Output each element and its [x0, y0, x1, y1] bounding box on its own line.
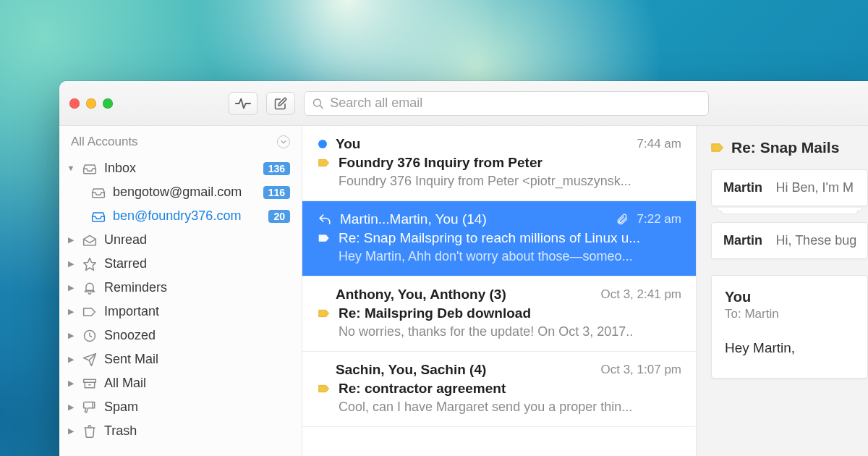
sidebar-item-label: Important — [104, 304, 290, 319]
star-icon — [82, 257, 97, 271]
message-from: Anthony, You, Anthony (3) — [336, 287, 592, 303]
window-traffic-lights — [69, 98, 113, 109]
trash-icon — [82, 424, 97, 439]
reader-subject-text: Re: Snap Mails — [731, 139, 839, 156]
tag-icon — [82, 306, 97, 318]
sidebar-item-label: Inbox — [104, 161, 256, 176]
message-time: Oct 3, 2:41 pm — [601, 287, 682, 302]
svg-marker-2 — [84, 258, 96, 270]
compose-icon — [274, 97, 287, 110]
sidebar-item-label: Snoozed — [104, 328, 290, 343]
sidebar-item-label: ben@foundry376.com — [113, 208, 261, 224]
sidebar-item-label: Spam — [104, 400, 290, 415]
thread-sender: Martin — [723, 180, 762, 195]
message-row[interactable]: Anthony, You, Anthony (3) Oct 3, 2:41 pm… — [302, 276, 696, 352]
message-subject: Re: Snap Mailspring to reach millions of… — [339, 230, 681, 246]
label-icon — [318, 158, 330, 168]
message-time: Oct 3, 1:07 pm — [601, 363, 682, 377]
search-field[interactable] — [304, 91, 709, 116]
sidebar-item-label: Starred — [104, 256, 290, 271]
sidebar-item-spam[interactable]: ▶ Spam — [59, 395, 302, 419]
label-icon — [318, 308, 330, 318]
reading-pane: Re: Snap Mails Martin Hi Ben, I'm M Mart… — [697, 126, 868, 456]
svg-line-1 — [320, 105, 323, 108]
activity-icon — [235, 97, 251, 110]
message-snippet: Cool, can I have Margaret send you a pro… — [318, 400, 681, 415]
sidebar-account-1[interactable]: ben@foundry376.com 20 — [59, 204, 302, 228]
sidebar-item-starred[interactable]: ▶ Starred — [59, 252, 302, 276]
thread-sender: Martin — [723, 233, 762, 248]
message-row[interactable]: You 7:44 am Foundry 376 Inquiry from Pet… — [302, 126, 696, 201]
minimize-icon[interactable] — [86, 98, 96, 109]
thread-card[interactable]: Martin Hi, These bug — [711, 222, 868, 259]
compose-card[interactable]: You To: Martin Hey Martin, — [711, 275, 868, 379]
disclosure-triangle-icon[interactable]: ▼ — [67, 164, 75, 172]
window-toolbar — [59, 81, 868, 126]
sidebar: All Accounts ▼ Inbox 136 bengotow@gmail.… — [59, 126, 302, 456]
sidebar-item-label: Sent Mail — [104, 352, 290, 367]
archive-icon — [82, 377, 97, 390]
sidebar-item-reminders[interactable]: ▶ Reminders — [59, 276, 302, 300]
sidebar-account-0[interactable]: bengotow@gmail.com 116 — [59, 180, 302, 204]
label-icon — [318, 384, 330, 394]
sidebar-item-snoozed[interactable]: ▶ Snoozed — [59, 324, 302, 347]
sidebar-item-label: Reminders — [104, 280, 290, 295]
message-from: Sachin, You, Sachin (4) — [336, 362, 592, 378]
sidebar-item-label: bengotow@gmail.com — [113, 185, 256, 200]
disclosure-triangle-icon[interactable]: ▶ — [67, 307, 75, 316]
attachment-icon — [616, 213, 629, 226]
disclosure-triangle-icon[interactable]: ▶ — [67, 259, 75, 269]
disclosure-triangle-icon[interactable]: ▶ — [67, 426, 75, 436]
close-icon[interactable] — [69, 98, 80, 109]
message-snippet: Hey Martin, Ahh don't worry about those—… — [318, 249, 681, 264]
unread-count-badge: 136 — [263, 162, 290, 175]
disclosure-triangle-icon[interactable]: ▶ — [67, 283, 75, 292]
message-snippet: Foundry 376 Inquiry from Peter <piotr_mu… — [318, 174, 681, 189]
thread-card[interactable]: Martin Hi Ben, I'm M — [711, 169, 868, 206]
sidebar-item-label: Trash — [104, 423, 290, 439]
sidebar-item-important[interactable]: ▶ Important — [59, 300, 302, 324]
thread-preview: Hi Ben, I'm M — [775, 180, 853, 195]
search-icon — [312, 97, 324, 110]
send-icon — [82, 352, 97, 367]
sidebar-item-sent[interactable]: ▶ Sent Mail — [59, 347, 302, 371]
unread-count-badge: 20 — [268, 210, 290, 223]
compose-button[interactable] — [266, 92, 295, 115]
sidebar-item-inbox[interactable]: ▼ Inbox 136 — [59, 156, 302, 180]
reader-subject: Re: Snap Mails — [711, 139, 868, 156]
message-subject: Foundry 376 Inquiry from Peter — [339, 155, 681, 171]
disclosure-triangle-icon[interactable]: ▶ — [67, 235, 75, 245]
maximize-icon[interactable] — [103, 98, 113, 109]
disclosure-triangle-icon[interactable]: ▶ — [67, 355, 75, 364]
message-from: Martin...Martin, You (14) — [340, 211, 607, 227]
unread-count-badge: 116 — [263, 186, 290, 199]
search-input[interactable] — [330, 96, 701, 111]
sidebar-header[interactable]: All Accounts — [59, 130, 302, 156]
inbox-icon — [91, 211, 106, 222]
reply-icon — [318, 214, 331, 225]
sidebar-item-unread[interactable]: ▶ Unread — [59, 228, 302, 252]
compose-from: You — [725, 289, 854, 305]
message-list: You 7:44 am Foundry 376 Inquiry from Pet… — [302, 126, 697, 456]
thread-preview: Hi, These bug — [775, 233, 856, 248]
disclosure-triangle-icon[interactable]: ▶ — [67, 402, 75, 412]
bell-icon — [82, 281, 97, 295]
compose-body[interactable]: Hey Martin, — [725, 340, 854, 356]
label-icon — [711, 142, 724, 153]
label-icon — [318, 233, 330, 243]
activity-button[interactable] — [229, 92, 258, 115]
thumbs-down-icon — [82, 400, 97, 415]
disclosure-triangle-icon[interactable]: ▶ — [67, 379, 75, 388]
message-subject: Re: Mailspring Deb download — [339, 305, 681, 321]
sidebar-item-trash[interactable]: ▶ Trash — [59, 419, 302, 443]
svg-rect-4 — [84, 379, 96, 382]
inbox-icon — [82, 163, 97, 174]
message-subject: Re: contractor agreement — [339, 381, 681, 397]
chevron-down-icon[interactable] — [277, 135, 290, 148]
disclosure-triangle-icon[interactable]: ▶ — [67, 331, 75, 340]
message-row[interactable]: Sachin, You, Sachin (4) Oct 3, 1:07 pm R… — [302, 352, 696, 427]
collapsed-stack-icon[interactable] — [711, 208, 868, 209]
sidebar-item-allmail[interactable]: ▶ All Mail — [59, 371, 302, 395]
message-from: You — [336, 136, 629, 152]
message-row[interactable]: Martin...Martin, You (14) 7:22 am Re: Sn… — [302, 201, 696, 276]
